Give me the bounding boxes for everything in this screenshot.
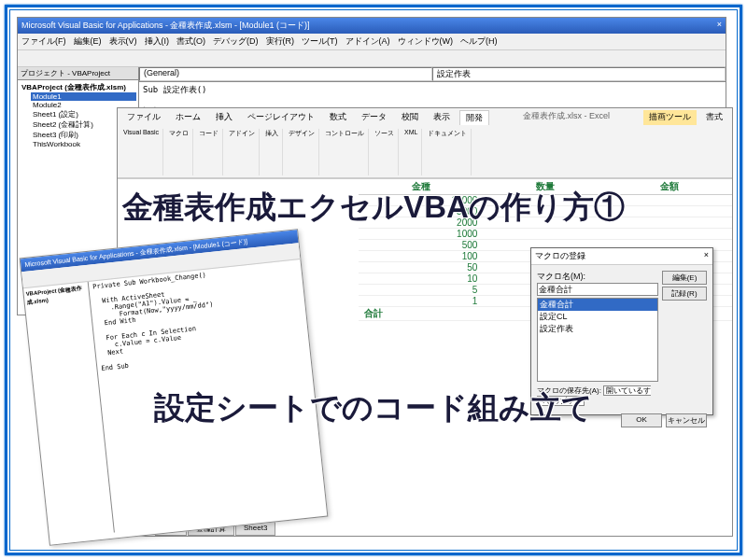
ribgroup-code: コード — [195, 129, 223, 175]
menu-file[interactable]: ファイル(F) — [21, 35, 66, 48]
macro-list-item[interactable]: 設定CL — [538, 311, 657, 323]
tab-view[interactable]: 表示 — [428, 110, 456, 125]
tab-insert[interactable]: 挿入 — [210, 110, 238, 125]
macro-dialog-title: マクロの登録 — [535, 250, 585, 262]
ribgroup-source[interactable]: ソース — [371, 129, 399, 175]
macro-list-item[interactable]: 金種合計 — [538, 299, 657, 311]
procedure-dropdown[interactable]: 設定作表 — [432, 67, 726, 81]
project-explorer-title: プロジェクト - VBAProject — [18, 67, 138, 80]
vbe-toolbar[interactable] — [18, 50, 726, 67]
tab-data[interactable]: データ — [356, 110, 392, 125]
overlay-title-2: 設定シートでのコード組み立て — [0, 387, 747, 429]
close-icon[interactable]: × — [717, 20, 722, 32]
object-dropdown[interactable]: (General) — [139, 67, 432, 81]
tab-home[interactable]: ホーム — [170, 110, 206, 125]
ribgroup-controls: コントロール — [321, 129, 369, 175]
ribgroup-addins[interactable]: アドイン — [225, 129, 260, 175]
vbe2-tree-root[interactable]: VBAProject (金種表作成.xlsm) — [25, 284, 88, 307]
workbook-title: 金種表作成.xlsx - Excel — [493, 110, 640, 125]
tab-format[interactable]: 書式 — [700, 110, 728, 125]
overlay-title-1: 金種表作成エクセルVBAの作り方① — [0, 187, 747, 229]
tree-root[interactable]: VBAProject (金種表作成.xlsm) — [20, 82, 136, 92]
ribbon-tabs: ファイル ホーム 挿入 ページレイアウト 数式 データ 校閲 表示 開発 金種表… — [118, 108, 732, 127]
vbe-title: Microsoft Visual Basic for Applications … — [21, 20, 309, 32]
menu-window[interactable]: ウィンドウ(W) — [398, 35, 454, 48]
menu-debug[interactable]: デバッグ(D) — [213, 35, 259, 48]
edit-button[interactable]: 編集(E) — [662, 271, 707, 285]
macro-list-item[interactable]: 設定作表 — [538, 323, 657, 335]
menu-run[interactable]: 実行(R) — [266, 35, 295, 48]
ribgroup-xml: XML — [401, 129, 422, 175]
macro-name-input[interactable] — [537, 283, 658, 296]
tab-review[interactable]: 校閲 — [396, 110, 424, 125]
menu-format[interactable]: 書式(O) — [176, 35, 205, 48]
tab-developer[interactable]: 開発 — [459, 110, 489, 125]
menu-help[interactable]: ヘルプ(H) — [460, 35, 498, 48]
menu-tools[interactable]: ツール(T) — [302, 35, 338, 48]
menu-insert[interactable]: 挿入(I) — [145, 35, 170, 48]
tab-formulas[interactable]: 数式 — [324, 110, 352, 125]
close-icon[interactable]: × — [704, 250, 709, 262]
tree-module1[interactable]: Module1 — [31, 92, 136, 101]
ribbon-body: Visual Basic マクロ コード アドイン 挿入 デザイン コントロール… — [118, 127, 732, 178]
ribgroup-macro[interactable]: マクロ — [165, 129, 193, 175]
tab-drawingtools[interactable]: 描画ツール — [643, 110, 697, 125]
ribgroup-document[interactable]: ドキュメント — [424, 129, 472, 175]
vbe-titlebar[interactable]: Microsoft Visual Basic for Applications … — [18, 18, 726, 34]
tab-file[interactable]: ファイル — [121, 110, 166, 125]
menu-edit[interactable]: 編集(E) — [74, 35, 102, 48]
ribgroup-design[interactable]: デザイン — [285, 129, 319, 175]
menu-view[interactable]: 表示(V) — [109, 35, 137, 48]
vbe-menubar: ファイル(F) 編集(E) 表示(V) 挿入(I) 書式(O) デバッグ(D) … — [18, 34, 726, 50]
macro-name-label: マクロ名(M): — [537, 271, 658, 283]
ribgroup-insert[interactable]: 挿入 — [261, 129, 283, 175]
menu-addins[interactable]: アドイン(A) — [345, 35, 390, 48]
tab-pagelayout[interactable]: ページレイアウト — [242, 110, 320, 125]
ribgroup-vb[interactable]: Visual Basic — [120, 129, 163, 175]
table-row: 1000 — [359, 229, 732, 240]
record-button[interactable]: 記録(R) — [662, 287, 707, 301]
macro-listbox[interactable]: 金種合計 設定CL 設定作表 — [537, 298, 658, 382]
